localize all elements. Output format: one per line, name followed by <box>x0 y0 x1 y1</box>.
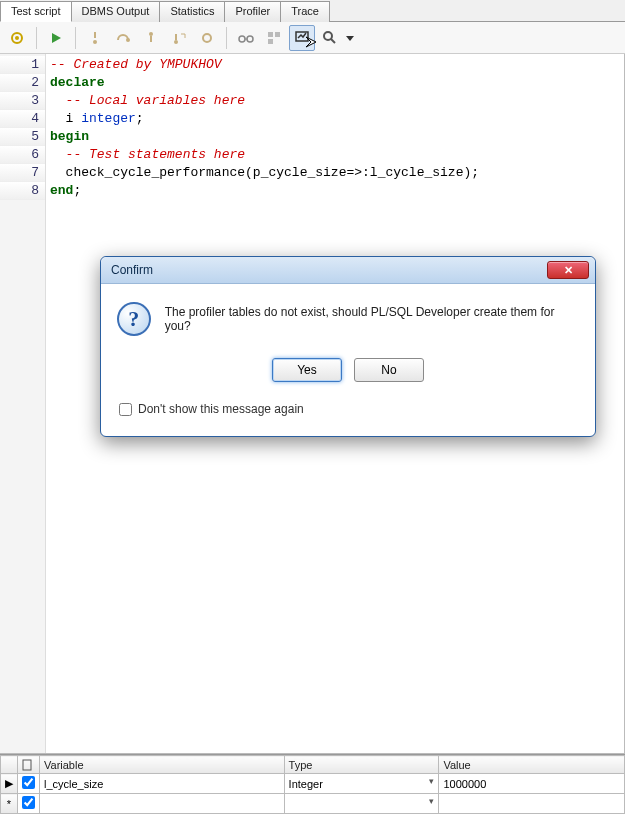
toolbar-separator <box>75 27 76 49</box>
dont-show-checkbox[interactable] <box>119 403 132 416</box>
cell-variable[interactable]: l_cycle_size <box>40 774 285 794</box>
toolbar-separator <box>226 27 227 49</box>
dialog-body: ? The profiler tables do not exist, shou… <box>101 284 595 436</box>
cell-variable[interactable] <box>40 794 285 814</box>
yes-button[interactable]: Yes <box>272 358 342 382</box>
tab-trace[interactable]: Trace <box>280 1 330 22</box>
confirm-dialog: Confirm ✕ ? The profiler tables do not e… <box>100 256 596 437</box>
play-icon[interactable] <box>43 25 69 51</box>
cell-value[interactable] <box>439 794 625 814</box>
svg-rect-10 <box>268 32 273 37</box>
cell-type[interactable]: Integer <box>284 774 439 794</box>
svg-point-3 <box>93 40 97 44</box>
svg-point-8 <box>239 36 245 42</box>
svg-point-1 <box>15 36 19 40</box>
svg-point-7 <box>203 34 211 42</box>
toolbar <box>0 22 625 54</box>
svg-rect-11 <box>275 32 280 37</box>
tab-dbms-output[interactable]: DBMS Output <box>71 1 161 22</box>
dont-show-label: Don't show this message again <box>138 402 304 416</box>
row-marker: * <box>1 794 18 814</box>
diagram-icon[interactable] <box>289 25 315 51</box>
row-marker: ▶ <box>1 774 18 794</box>
run-to-cursor-icon[interactable] <box>166 25 192 51</box>
toolbar-separator <box>36 27 37 49</box>
breakpoint-icon[interactable] <box>194 25 220 51</box>
tab-statistics[interactable]: Statistics <box>159 1 225 22</box>
step-out-icon[interactable] <box>138 25 164 51</box>
cell-value[interactable]: 1000000 <box>439 774 625 794</box>
dialog-message: The profiler tables do not exist, should… <box>165 305 579 333</box>
close-icon[interactable]: ✕ <box>547 261 589 279</box>
svg-point-9 <box>247 36 253 42</box>
svg-marker-15 <box>346 36 354 41</box>
grid-head-value[interactable]: Value <box>439 756 625 774</box>
grid-corner <box>1 756 18 774</box>
line-gutter: 12345678 <box>0 54 46 753</box>
row-check[interactable] <box>18 774 40 794</box>
row-check[interactable] <box>18 794 40 814</box>
tab-profiler[interactable]: Profiler <box>224 1 281 22</box>
dialog-titlebar[interactable]: Confirm ✕ <box>101 257 595 284</box>
grid-row[interactable]: * <box>1 794 625 814</box>
search-icon[interactable] <box>317 25 343 51</box>
grid-row[interactable]: ▶ l_cycle_size Integer 1000000 <box>1 774 625 794</box>
tab-bar: Test script DBMS Output Statistics Profi… <box>0 0 625 22</box>
cell-type[interactable] <box>284 794 439 814</box>
svg-rect-16 <box>23 760 31 770</box>
variables-icon[interactable] <box>261 25 287 51</box>
grid-head-check <box>18 756 40 774</box>
search-dropdown-icon[interactable] <box>345 25 355 51</box>
svg-rect-12 <box>268 39 273 44</box>
grid-header-row: Variable Type Value <box>1 756 625 774</box>
svg-point-6 <box>174 40 178 44</box>
dialog-title: Confirm <box>111 263 153 277</box>
step-into-icon[interactable] <box>82 25 108 51</box>
svg-point-5 <box>149 32 153 36</box>
gear-icon[interactable] <box>4 25 30 51</box>
svg-marker-2 <box>52 33 61 43</box>
grid-head-variable[interactable]: Variable <box>40 756 285 774</box>
question-icon: ? <box>117 302 151 336</box>
step-over-icon[interactable] <box>110 25 136 51</box>
svg-point-14 <box>324 32 332 40</box>
glasses-icon[interactable] <box>233 25 259 51</box>
dont-show-again[interactable]: Don't show this message again <box>117 396 579 426</box>
no-button[interactable]: No <box>354 358 424 382</box>
svg-point-4 <box>126 38 130 42</box>
grid-head-type[interactable]: Type <box>284 756 439 774</box>
variables-grid: Variable Type Value ▶ l_cycle_size Integ… <box>0 754 625 814</box>
tab-test-script[interactable]: Test script <box>0 1 72 22</box>
